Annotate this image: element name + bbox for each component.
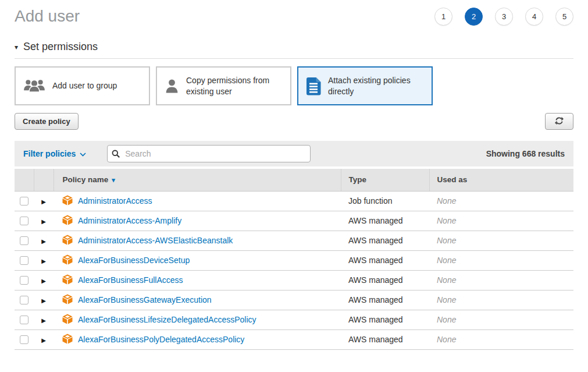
row-checkbox[interactable] — [20, 217, 28, 225]
filter-policies-label: Filter policies — [23, 149, 76, 158]
policy-cube-icon — [62, 254, 73, 267]
table-row: ▶ AdministratorAccess Job function None — [15, 191, 573, 211]
expand-row-icon[interactable]: ▶ — [41, 238, 46, 245]
sort-descending-icon: ▾ — [112, 176, 115, 183]
row-checkbox[interactable] — [20, 256, 28, 265]
policy-name-link[interactable]: AdministratorAccess-AWSElasticBeanstalk — [78, 236, 233, 245]
refresh-button[interactable] — [545, 113, 573, 130]
policy-name-link[interactable]: AlexaForBusinessDeviceSetup — [78, 256, 190, 265]
policy-cube-icon — [62, 334, 73, 346]
permission-option-cards: Add user to group Copy permissions from … — [15, 66, 573, 105]
policy-name-link[interactable]: AlexaForBusinessGatewayExecution — [78, 295, 212, 304]
filter-policies-dropdown[interactable]: Filter policies — [23, 148, 86, 159]
refresh-icon — [555, 116, 564, 127]
policy-used-as: None — [429, 290, 573, 310]
step-4: 4 — [525, 8, 543, 26]
header-policy-name[interactable]: Policy name▾ — [54, 169, 341, 191]
step-5: 5 — [555, 8, 573, 26]
policy-cube-icon — [62, 294, 73, 306]
table-row: ▶ AlexaForBusinessDeviceSetup AWS manage… — [15, 250, 573, 270]
search-icon — [112, 150, 120, 160]
step-indicator: 12345 — [434, 8, 573, 26]
policy-cube-icon — [62, 215, 73, 227]
policy-type: AWS managed — [341, 211, 429, 231]
expand-row-icon[interactable]: ▶ — [41, 317, 46, 324]
policy-type: Job function — [341, 191, 429, 211]
table-header-row: Policy name▾ Type Used as — [15, 169, 573, 191]
expand-row-icon[interactable]: ▶ — [41, 297, 46, 304]
row-checkbox[interactable] — [20, 335, 28, 344]
policy-toolbar: Create policy — [15, 113, 573, 130]
expand-row-icon[interactable]: ▶ — [41, 278, 46, 284]
card-add-user-to-group[interactable]: Add user to group — [15, 66, 150, 105]
policy-cube-icon — [62, 314, 73, 326]
create-policy-button[interactable]: Create policy — [15, 113, 79, 130]
expand-row-icon[interactable]: ▶ — [41, 337, 46, 343]
card-label: Attach existing policies directly — [328, 75, 425, 96]
table-row: ▶ AdministratorAccess-AWSElasticBeanstal… — [15, 231, 573, 250]
chevron-down-icon — [80, 148, 86, 159]
policy-cube-icon — [62, 235, 73, 247]
table-row: ▶ AlexaForBusinessFullAccess AWS managed… — [15, 270, 573, 290]
policy-name-link[interactable]: AdministratorAccess — [78, 196, 152, 206]
header-expander-column — [34, 169, 54, 191]
card-label: Copy permissions from existing user — [186, 75, 283, 96]
set-permissions-section-toggle[interactable]: ▾ Set permissions — [15, 41, 573, 59]
policy-type: AWS managed — [341, 231, 429, 250]
policy-used-as: None — [429, 270, 573, 290]
card-label: Add user to group — [52, 80, 117, 91]
policy-type: AWS managed — [341, 270, 429, 290]
policy-used-as: None — [429, 330, 573, 349]
header-used-as: Used as — [429, 169, 573, 191]
document-icon — [305, 77, 322, 95]
row-checkbox[interactable] — [20, 296, 28, 304]
policy-type: AWS managed — [341, 290, 429, 310]
policy-name-link[interactable]: AlexaForBusinessFullAccess — [78, 275, 183, 285]
table-row: ▶ AlexaForBusinessGatewayExecution AWS m… — [15, 290, 573, 310]
row-checkbox[interactable] — [20, 316, 28, 324]
page-title: Add user — [15, 7, 80, 26]
header-checkbox-column — [15, 169, 34, 191]
table-row: ▶ AlexaForBusinessLifesizeDelegatedAcces… — [15, 310, 573, 330]
results-count: Showing 668 results — [486, 149, 565, 158]
policy-used-as: None — [429, 310, 573, 330]
policy-name-link[interactable]: AdministratorAccess-Amplify — [78, 216, 181, 225]
policy-type: AWS managed — [341, 310, 429, 330]
row-checkbox[interactable] — [20, 276, 28, 285]
step-3: 3 — [495, 8, 513, 26]
policy-type: AWS managed — [341, 250, 429, 270]
row-checkbox[interactable] — [20, 236, 28, 245]
expand-row-icon[interactable]: ▶ — [41, 199, 46, 205]
policies-table: Policy name▾ Type Used as ▶ Admini — [15, 169, 573, 350]
policy-cube-icon — [62, 195, 73, 207]
card-copy-permissions[interactable]: Copy permissions from existing user — [156, 66, 291, 105]
policy-type: AWS managed — [341, 330, 429, 349]
user-icon — [164, 78, 180, 94]
table-row: ▶ AlexaForBusinessPolyDelegatedAccessPol… — [15, 330, 573, 349]
policy-name-link[interactable]: AlexaForBusinessLifesizeDelegatedAccessP… — [78, 315, 256, 324]
step-2: 2 — [465, 8, 483, 26]
add-user-page: Add user 12345 ▾ Set permissions Add use… — [0, 0, 588, 350]
policy-used-as: None — [429, 231, 573, 250]
chevron-down-icon: ▾ — [15, 44, 18, 51]
filter-bar: Filter policies Showing 668 results — [15, 141, 573, 166]
top-bar: Add user 12345 — [15, 0, 573, 26]
section-title: Set permissions — [23, 41, 98, 53]
search-box — [107, 145, 311, 162]
policy-used-as: None — [429, 191, 573, 211]
step-1: 1 — [434, 8, 452, 26]
policy-used-as: None — [429, 211, 573, 231]
expand-row-icon[interactable]: ▶ — [41, 218, 46, 225]
card-attach-existing-policies[interactable]: Attach existing policies directly — [297, 66, 433, 105]
header-type: Type — [341, 169, 429, 191]
group-icon — [23, 78, 46, 94]
expand-row-icon[interactable]: ▶ — [41, 258, 46, 264]
row-checkbox[interactable] — [20, 197, 28, 206]
policy-name-link[interactable]: AlexaForBusinessPolyDelegatedAccessPolic… — [78, 335, 244, 344]
policy-cube-icon — [62, 274, 73, 286]
policy-used-as: None — [429, 250, 573, 270]
search-input[interactable] — [107, 145, 311, 162]
table-row: ▶ AdministratorAccess-Amplify AWS manage… — [15, 211, 573, 231]
